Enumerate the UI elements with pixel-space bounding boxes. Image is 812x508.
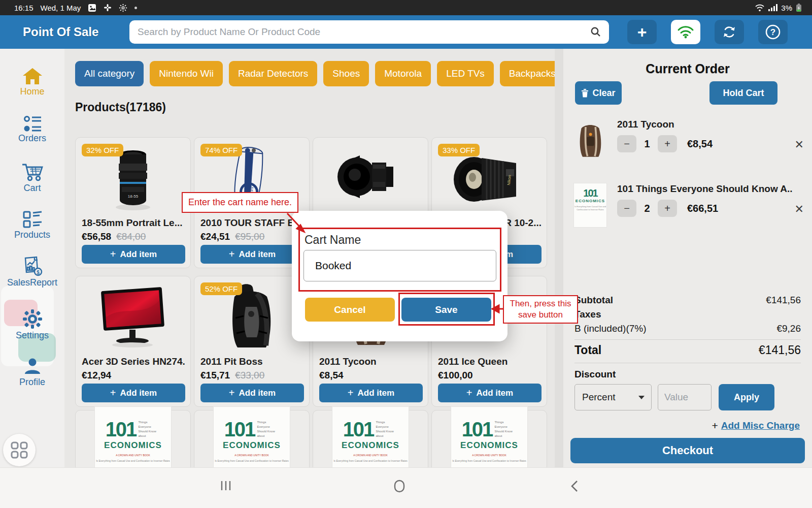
cart-item-price: €8,54: [687, 138, 713, 150]
sidebar-item-orders[interactable]: Orders: [0, 115, 64, 144]
hold-cart-button[interactable]: Hold Cart: [709, 81, 777, 105]
checkout-button[interactable]: Checkout: [570, 438, 805, 463]
taxes-label-row: Taxes: [574, 309, 801, 320]
remove-item-icon[interactable]: ✕: [795, 138, 804, 151]
discount-label: Discount: [574, 369, 616, 380]
monitor-image: [76, 280, 190, 356]
status-date: Wed, 1 May: [41, 4, 81, 12]
decrease-qty-button[interactable]: −: [617, 135, 636, 152]
chevron-down-icon: [638, 395, 645, 400]
slack-notification-icon: [104, 4, 112, 12]
battery-charging-icon: [796, 3, 802, 12]
online-status-wifi-button[interactable]: [671, 20, 700, 44]
discount-type-select[interactable]: Percent: [574, 384, 652, 410]
book-101-economics-image: 101Things Everyone Should Know aboutECON…: [313, 417, 428, 467]
home-nav-icon[interactable]: [393, 479, 406, 493]
svg-text:18-55: 18-55: [128, 194, 139, 199]
clear-cart-button[interactable]: Clear: [575, 81, 622, 105]
help-button[interactable]: ?: [758, 20, 788, 44]
help-icon: ?: [765, 24, 781, 40]
android-nav-bar: [0, 467, 812, 508]
sidebar-item-home[interactable]: Home: [0, 67, 64, 97]
products-icon: [22, 210, 43, 229]
product-card: 101Things Everyone Should Know aboutECON…: [75, 410, 191, 467]
cart-icon: [21, 163, 44, 182]
decrease-qty-button[interactable]: −: [617, 200, 636, 217]
recents-nav-icon[interactable]: [219, 479, 232, 492]
category-chip-motorola[interactable]: Motorola: [375, 61, 431, 86]
search-input[interactable]: [129, 20, 609, 44]
pos-app-screen: 16:15 Wed, 1 May 3%: [0, 0, 812, 508]
add-item-button[interactable]: +Add item: [438, 384, 542, 402]
discount-badge: 33% OFF: [438, 144, 480, 156]
discount-value-input[interactable]: [658, 384, 712, 410]
sidebar-item-profile[interactable]: Profile: [0, 357, 64, 388]
notification-dot: [134, 7, 137, 9]
category-chip-backpacks[interactable]: Backpacks: [500, 61, 555, 86]
product-card: 18-55 32% OFF 18-55mm Portrait Le... €56…: [75, 137, 191, 268]
apply-discount-button[interactable]: Apply: [719, 384, 774, 410]
cart-name-label: Cart Name: [304, 233, 361, 247]
increase-qty-button[interactable]: +: [658, 135, 677, 152]
trash-icon: [581, 88, 589, 98]
back-nav-icon[interactable]: [569, 479, 580, 493]
cancel-button[interactable]: Cancel: [305, 298, 395, 322]
product-title: 2010 TOUR STAFF Ba: [200, 217, 304, 229]
wifi-online-icon: [677, 25, 694, 39]
category-chip-led-tvs[interactable]: LED TVs: [437, 61, 494, 86]
add-misc-charge-link[interactable]: +Add Misc Charge: [712, 420, 800, 432]
sidebar-nav: Home Orders Cart Products $ SalesReport …: [0, 49, 64, 467]
grid-icon: [11, 441, 28, 459]
product-price: €24,51€95,00: [200, 231, 264, 242]
product-card: 101Things Everyone Should Know aboutECON…: [431, 410, 547, 467]
add-item-button[interactable]: +Add item: [319, 384, 423, 402]
product-price: €56,58€84,00: [82, 231, 146, 242]
app-header: Point Of Sale + ?: [0, 15, 812, 49]
category-chips: All category Nintendo Wii Radar Detector…: [75, 61, 555, 86]
increase-qty-button[interactable]: +: [658, 200, 677, 217]
product-title: 2011 Pit Boss: [200, 356, 304, 367]
sidebar-item-cart[interactable]: Cart: [0, 163, 64, 194]
cart-item-image-backpack: [570, 116, 610, 166]
sidebar-item-salesreport[interactable]: $ SalesReport: [0, 256, 64, 288]
add-button[interactable]: +: [627, 20, 657, 44]
app-title: Point Of Sale: [0, 25, 129, 39]
search-icon[interactable]: [590, 26, 602, 38]
annotation-enter-cart-name: Enter the cart name here.: [182, 192, 298, 213]
add-item-button[interactable]: +Add item: [200, 245, 304, 264]
category-chip-radar-detectors[interactable]: Radar Detectors: [229, 61, 317, 86]
cart-item-price: €66,51: [687, 203, 718, 214]
photo-notification-icon: [88, 4, 96, 12]
book-101-economics-image: 101Things Everyone Should Know aboutECON…: [432, 417, 547, 467]
orders-icon: [22, 115, 43, 132]
panel-divider: [555, 49, 563, 467]
product-title: 18-55mm Portrait Le...: [82, 217, 185, 229]
total-row: Total€141,56: [574, 343, 801, 357]
save-button[interactable]: Save: [401, 298, 491, 322]
products-count-heading: Products(17186): [75, 101, 166, 114]
product-title: 2011 Tycoon: [319, 356, 423, 367]
sidebar-item-settings[interactable]: Settings: [0, 309, 64, 341]
current-order-panel: Current Order Clear Hold Cart 2011 Tycoo…: [563, 49, 812, 467]
annotation-press-save: Then, press this save button: [503, 295, 578, 324]
category-chip-shoes[interactable]: Shoes: [323, 61, 369, 86]
book-101-economics-image: 101Things Everyone Should Know aboutECON…: [194, 417, 309, 467]
svg-text:?: ?: [770, 27, 775, 37]
category-chip-nintendo-wii[interactable]: Nintendo Wii: [150, 61, 223, 86]
product-card: Acer 3D Series HN274... €12,94 +Add item: [75, 276, 191, 407]
battery-percent: 3%: [781, 4, 792, 12]
add-item-button[interactable]: +Add item: [82, 245, 185, 264]
add-item-button[interactable]: +Add item: [200, 384, 304, 402]
product-price: €100,00: [438, 370, 473, 381]
subtotal-row: Subtotal€141,56: [574, 295, 801, 306]
remove-item-icon[interactable]: ✕: [795, 203, 804, 216]
sidebar-item-products[interactable]: Products: [0, 210, 64, 240]
floating-grid-button[interactable]: [3, 434, 36, 466]
profile-icon: [23, 357, 42, 376]
category-chip-all[interactable]: All category: [75, 61, 144, 86]
sales-report-icon: $: [21, 256, 44, 276]
add-item-button[interactable]: +Add item: [82, 384, 185, 402]
cart-item-image-book: 101ECONOMICSIs Everything from Casual Us…: [570, 180, 610, 230]
cart-name-input[interactable]: [303, 250, 496, 281]
sync-button[interactable]: [715, 20, 744, 44]
